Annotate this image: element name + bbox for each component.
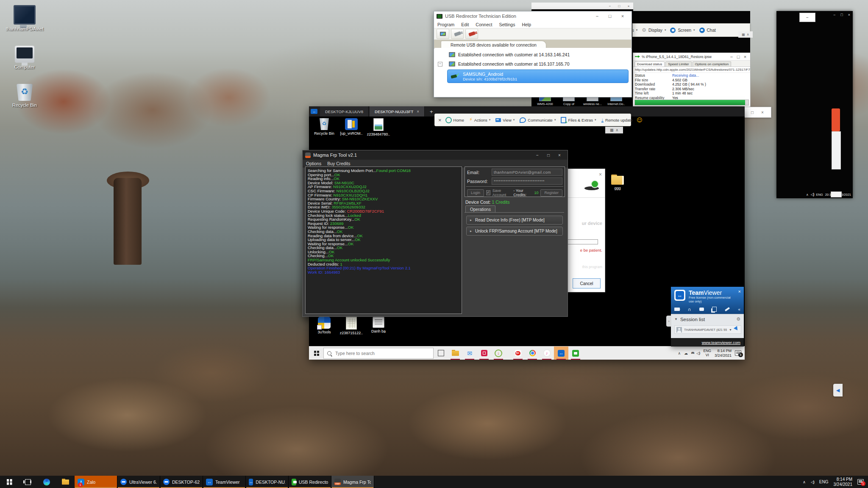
taskbar-app-desktop-nu2u3ft-[interactable]: ↔DESKTOP-NU2U3FT... (246, 476, 289, 488)
video-icon[interactable] (674, 308, 680, 311)
close-icon[interactable]: × (738, 289, 741, 294)
taskbar-app-zalo[interactable]: ZZalo1 (75, 476, 117, 488)
minimize-icon[interactable]: − (605, 4, 615, 8)
remote-start-button[interactable] (309, 347, 323, 360)
remote-idm-button[interactable]: ↓ (491, 347, 506, 360)
action-center-icon[interactable]: 1 (857, 479, 864, 485)
remote-language[interactable]: ENGVI (704, 349, 711, 357)
chevron-down-icon[interactable]: ▼ (729, 328, 732, 331)
magma-frp-window[interactable]: Magma Frp Tool v2.1 − □ × OptionsBuy Cre… (302, 150, 568, 317)
desktop-icon-recycle2[interactable]: Recycle Bin (312, 118, 336, 136)
chevron-down-icon[interactable]: ▼ (674, 317, 678, 321)
corner-remote-window[interactable]: − □ × ∧ ◁) ENG 20:14 24/03/2021 (776, 11, 853, 198)
remote-chrome-button[interactable] (525, 347, 540, 360)
usb-tool-disconnect-button[interactable] (465, 29, 478, 39)
remote-itunes-button[interactable]: ♪ (540, 347, 554, 360)
desktop-icon-img[interactable]: z239484780.. (367, 118, 390, 136)
remote-taskview-button[interactable] (434, 347, 448, 360)
toolbar-communicate[interactable]: Communicate▾ (520, 117, 556, 123)
tab-download-status[interactable]: Download status (634, 61, 665, 67)
save-account-checkbox[interactable]: ✓ (486, 190, 490, 195)
usb-connection-row[interactable]: Established connection with customer at … (434, 50, 631, 59)
headset-icon[interactable]: ∩ (688, 307, 691, 312)
ultra-toolbar-screen[interactable]: Screen▾ (670, 28, 695, 33)
language-indicator[interactable]: ENG (819, 480, 829, 484)
side-panel-toggle[interactable]: ◀ (833, 384, 843, 396)
gear-icon[interactable]: ⚙ (736, 316, 740, 322)
wifi-icon[interactable]: ))) (691, 352, 694, 354)
toolbar-home[interactable]: Home (445, 117, 464, 123)
minimize-icon[interactable]: − (728, 54, 735, 59)
taskbar-app-usb-redirector-tec-[interactable]: USB Redirector Tec... (289, 476, 331, 488)
ultra-toolbar-chat[interactable]: Chat (699, 28, 716, 33)
session-tab-2[interactable]: DESKTOP-NU2U3FT× (370, 106, 425, 116)
cancel-button[interactable]: Cancel (573, 278, 601, 288)
desktop-icon-recycle[interactable]: Recycle Bin (7, 84, 42, 108)
ultra-toolbar-display[interactable]: ⚙Display▾ (642, 27, 666, 33)
speaker-icon[interactable]: ◁) (696, 351, 700, 355)
maximize-icon[interactable]: □ (604, 14, 616, 19)
remote-mail-button[interactable]: ✉ (462, 347, 477, 360)
toolbar-view[interactable]: View▾ (495, 118, 515, 122)
desktop-icon-pc[interactable]: thanhnamPDAviet (7, 5, 42, 31)
start-button[interactable] (0, 476, 19, 488)
collapse-expander-icon[interactable]: − (438, 62, 442, 67)
usb-menu-settings[interactable]: Settings (499, 22, 515, 27)
password-field[interactable] (492, 177, 562, 185)
device-dialog[interactable]: × ur device e be patient. this program C… (567, 169, 605, 292)
remote-redapp-button[interactable] (477, 347, 491, 360)
feedback-smiley-icon[interactable]: ☺ (637, 117, 643, 123)
usb-menu-help[interactable]: Help (522, 22, 531, 27)
usb-device-list[interactable]: Established connection with customer at … (434, 48, 631, 97)
session-grid-widget[interactable]: ▦∧ (605, 127, 623, 133)
teamviewer-link[interactable]: www.teamviewer.com (702, 340, 740, 345)
tab-operations[interactable]: Operations (465, 205, 495, 213)
taskbar-app-teamviewer[interactable]: ↔TeamViewer (203, 476, 246, 488)
remote-clock[interactable]: 8:14 PM3/24/2021 (715, 349, 732, 358)
taskbar-app-desktop-622afjt-[interactable]: DESKTOP-622AFJT (... (160, 476, 203, 488)
usb-tool-connect-button[interactable] (451, 29, 464, 39)
session-list-item[interactable]: THANHNAMPDAVIET (821 550 6 ▼ (674, 325, 741, 334)
chevron-up-icon[interactable]: ∧ (678, 351, 681, 355)
notes-icon[interactable] (712, 307, 717, 312)
corner-language[interactable]: ENG (816, 193, 823, 197)
whiteboard-icon[interactable] (725, 307, 730, 311)
cloud-icon[interactable]: ☁ (684, 351, 688, 355)
notification-icon[interactable]: 6 (735, 350, 741, 356)
ultra-grid-widget[interactable]: ▦∧ (738, 31, 753, 38)
collapse-icon[interactable]: « (738, 307, 740, 312)
remote-search-box[interactable] (323, 348, 434, 359)
maximize-icon[interactable]: □ (840, 13, 843, 17)
toolbar-remote-update[interactable]: ↓Remote update (601, 118, 633, 122)
maximize-icon[interactable]: □ (735, 54, 742, 59)
ultraviewer-session-window[interactable]: Actions▾⚙Display▾Screen▾Chat ▦∧ % iPhone… (632, 11, 750, 107)
chat-icon[interactable] (699, 308, 704, 311)
maximize-icon[interactable]: □ (747, 110, 757, 115)
minimize-icon[interactable]: − (591, 14, 604, 19)
minimize-icon[interactable]: − (532, 153, 543, 158)
tab-speed-limiter[interactable]: Speed Limiter (665, 61, 691, 67)
close-icon[interactable]: × (742, 54, 748, 59)
register-button[interactable]: Register (540, 189, 562, 197)
close-tab-icon[interactable]: × (417, 109, 419, 114)
toolbar-actions[interactable]: ⚡Actions▾ (469, 118, 490, 122)
desktop-icon-u3[interactable]: 3uTools (312, 317, 336, 335)
search-input[interactable] (334, 350, 412, 356)
close-icon[interactable]: × (848, 13, 850, 17)
close-session-icon[interactable]: × (438, 117, 442, 123)
read-device-info-button[interactable]: ▸Read Device Info (Free) [MTP Mode] (466, 216, 563, 225)
login-button[interactable]: Login (467, 189, 484, 197)
maximize-icon[interactable]: □ (615, 4, 624, 8)
magma-menu-buy-credits[interactable]: Buy Credits (327, 161, 350, 166)
speaker-icon[interactable]: ◁) (811, 480, 814, 484)
window-fragment-minimize[interactable]: − (799, 13, 815, 22)
usb-tool-computer-button[interactable] (437, 29, 449, 39)
taskview-button[interactable] (19, 476, 37, 488)
remote-usbredirector-button[interactable] (568, 347, 583, 360)
close-icon[interactable]: × (757, 110, 768, 115)
teamviewer-panel[interactable]: ↔ TeamViewer × Free license (non-commerc… (671, 287, 744, 347)
close-icon[interactable]: × (624, 4, 633, 8)
desktop-icon-sheet[interactable]: z238715122.. (339, 317, 363, 335)
chevron-up-icon[interactable]: ∧ (803, 480, 806, 484)
usb-menu-edit[interactable]: Edit (461, 22, 469, 27)
